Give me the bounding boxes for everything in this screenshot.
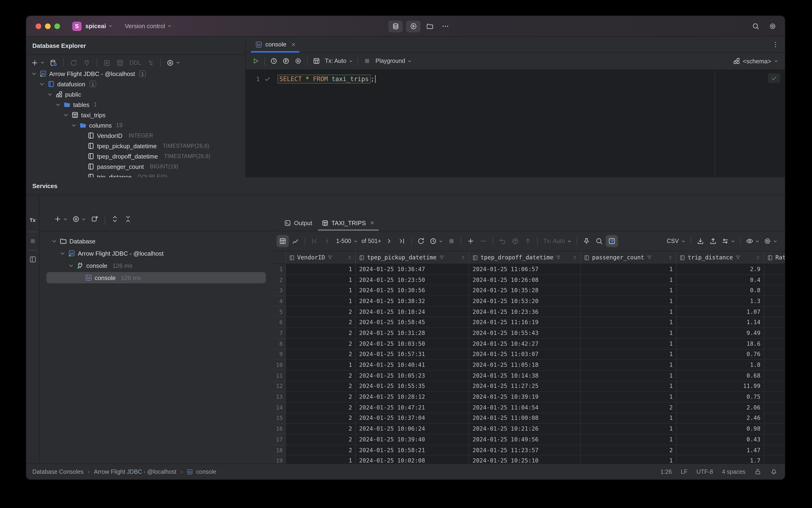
- chart-view-button[interactable]: [289, 235, 302, 247]
- table-row-6[interactable]: 622024-01-25 10:58:452024-01-25 11:16:19…: [273, 317, 785, 328]
- table-row-15[interactable]: 1522024-01-25 10:37:042024-01-25 11:00:0…: [273, 413, 785, 424]
- tree-item-vendorid[interactable]: VendorIDINTEGER: [26, 130, 245, 141]
- grid-cell[interactable]: 2: [285, 424, 355, 434]
- reload-page-button[interactable]: [415, 235, 427, 247]
- table-row-2[interactable]: 212024-01-25 10:23:502024-01-25 10:26:08…: [273, 274, 785, 285]
- more-tools-button[interactable]: [439, 20, 451, 32]
- grid-cell[interactable]: 2024-01-25 10:39:40: [355, 434, 469, 445]
- table-row-11[interactable]: 1122024-01-25 10:05:232024-01-25 10:14:3…: [273, 371, 785, 381]
- notifications-icon[interactable]: [770, 468, 777, 475]
- grid-cell[interactable]: [764, 286, 785, 296]
- first-page-button[interactable]: [309, 235, 321, 247]
- grid-cell[interactable]: 2024-01-25 10:40:41: [355, 360, 469, 370]
- line-ending-widget[interactable]: LF: [681, 468, 687, 475]
- tree-item-tpep-dropoff-datetime[interactable]: tpep_dropoff_datetimeTIMESTAMP(26,6): [26, 151, 245, 161]
- grid-cell[interactable]: 11.99: [676, 381, 764, 392]
- data-source-properties-button[interactable]: [47, 56, 59, 69]
- table-row-17[interactable]: 1722024-01-25 10:39:402024-01-25 10:49:5…: [273, 434, 785, 445]
- next-page-button[interactable]: [383, 235, 395, 247]
- table-row-19[interactable]: 1912024-01-25 10:02:082024-01-25 10:25:1…: [273, 456, 785, 463]
- grid-cell[interactable]: [764, 445, 785, 456]
- grid-cell[interactable]: 1.07: [676, 307, 764, 317]
- grid-cell[interactable]: [764, 328, 785, 338]
- column-header-tpep-pickup-datetime[interactable]: tpep_pickup_datetime: [355, 251, 469, 264]
- grid-cell[interactable]: 2: [285, 307, 355, 317]
- breadcrumb-arrow-flight-jdbc-localhost[interactable]: Arrow Flight JDBC - @localhost: [94, 468, 177, 475]
- tree-item-taxi-trips[interactable]: taxi_trips: [26, 110, 245, 120]
- table-row-3[interactable]: 312024-01-25 10:30:562024-01-25 10:35:28…: [273, 286, 785, 296]
- grid-cell[interactable]: 2024-01-25 11:03:07: [469, 349, 580, 360]
- sql-code-line[interactable]: SELECT * FROM taxi_trips;: [277, 74, 375, 83]
- delete-row-button[interactable]: [477, 235, 490, 247]
- grid-cell[interactable]: 1: [285, 274, 355, 285]
- table-row-9[interactable]: 922024-01-25 10:57:312024-01-25 11:03:07…: [273, 349, 785, 360]
- grid-cell[interactable]: [764, 339, 785, 349]
- page-total-label[interactable]: of 501+: [360, 235, 382, 247]
- grid-cell[interactable]: 2: [285, 434, 355, 445]
- grid-cell[interactable]: 2: [285, 371, 355, 381]
- tree-item-trip-distance[interactable]: trip_distanceDOUBLE(0): [26, 172, 245, 177]
- grid-cell[interactable]: 2024-01-25 10:35:28: [469, 286, 580, 296]
- close-tab-icon[interactable]: [291, 42, 296, 47]
- grid-cell[interactable]: 1: [580, 264, 676, 274]
- commit-button[interactable]: [522, 235, 534, 247]
- table-row-12[interactable]: 1222024-01-25 10:55:352024-01-25 11:27:2…: [273, 381, 785, 392]
- grid-cell[interactable]: 1: [580, 360, 676, 370]
- export-format-select[interactable]: CSV: [665, 235, 687, 247]
- grid-cell[interactable]: [764, 296, 785, 306]
- tab-options-icon[interactable]: [772, 41, 779, 48]
- grid-cell[interactable]: 2: [285, 339, 355, 349]
- grid-cell[interactable]: 2024-01-25 10:31:28: [355, 328, 469, 338]
- minimize-window-button[interactable]: [45, 23, 51, 29]
- grid-cell[interactable]: 2024-01-25 10:38:32: [355, 296, 469, 306]
- grid-view-button[interactable]: [277, 235, 289, 247]
- grid-cell[interactable]: 2024-01-25 10:28:12: [355, 392, 469, 403]
- grid-cell[interactable]: [764, 371, 785, 381]
- grid-cell[interactable]: 2: [285, 317, 355, 328]
- export-data-button[interactable]: [694, 235, 707, 247]
- grid-cell[interactable]: 2024-01-25 10:57:31: [355, 349, 469, 360]
- split-layout-button[interactable]: [29, 256, 36, 263]
- grid-cell[interactable]: 2024-01-25 10:42:27: [469, 339, 580, 349]
- grid-cell[interactable]: 1: [580, 424, 676, 434]
- auto-refresh-button[interactable]: [427, 235, 445, 247]
- grid-cell[interactable]: [764, 264, 785, 274]
- refresh-button[interactable]: [67, 56, 80, 69]
- import-export-button[interactable]: [144, 56, 156, 69]
- tree-item-passenger-count[interactable]: passenger_countBIGINT(19): [26, 161, 245, 172]
- local-filter-button[interactable]: [606, 235, 618, 247]
- grid-cell[interactable]: 1: [580, 296, 676, 306]
- grid-cell[interactable]: 2024-01-25 10:23:36: [469, 307, 580, 317]
- table-row-4[interactable]: 412024-01-25 10:38:322024-01-25 10:53:20…: [273, 296, 785, 306]
- grid-cell[interactable]: 1.47: [676, 445, 764, 456]
- grid-cell[interactable]: 1: [580, 381, 676, 392]
- table-row-7[interactable]: 722024-01-25 10:31:282024-01-25 10:55:43…: [273, 328, 785, 338]
- grid-cell[interactable]: 1: [580, 392, 676, 403]
- tab-taxi-trips[interactable]: TAXI_TRIPS: [317, 215, 380, 231]
- grid-cell[interactable]: 2: [285, 413, 355, 424]
- table-row-14[interactable]: 1422024-01-25 10:47:212024-01-25 11:04:5…: [273, 403, 785, 413]
- browse-results-button[interactable]: [310, 55, 322, 67]
- add-service-button[interactable]: [52, 213, 70, 225]
- grid-cell[interactable]: 1: [580, 328, 676, 338]
- tab-output[interactable]: Output: [279, 215, 317, 231]
- grid-cell[interactable]: 2024-01-25 11:06:57: [469, 264, 580, 274]
- tab-console[interactable]: console: [250, 36, 301, 52]
- import-data-button[interactable]: [707, 235, 719, 247]
- tree-item-database[interactable]: Database: [40, 235, 272, 247]
- profile-select[interactable]: Playground: [373, 55, 414, 67]
- grid-cell[interactable]: 2024-01-25 10:10:24: [355, 307, 469, 317]
- export-import-button[interactable]: [720, 235, 737, 247]
- grid-cell[interactable]: 2024-01-25 10:14:38: [469, 371, 580, 381]
- grid-cell[interactable]: 1: [580, 307, 676, 317]
- tree-item-arrow-flight-jdbc-localhost[interactable]: Arrow Flight JDBC - @localhost1: [26, 69, 245, 79]
- grid-cell[interactable]: 2024-01-25 11:05:18: [469, 360, 580, 370]
- find-button[interactable]: [593, 235, 605, 247]
- collapse-all-button[interactable]: [122, 213, 134, 225]
- grid-cell[interactable]: 2024-01-25 10:58:45: [355, 317, 469, 328]
- grid-cell[interactable]: 1: [285, 360, 355, 370]
- grid-cell[interactable]: 2024-01-25 10:05:23: [355, 371, 469, 381]
- column-header-tpep-dropoff-datetime[interactable]: tpep_dropoff_datetime: [469, 251, 580, 264]
- indent-widget[interactable]: 4 spaces: [722, 468, 746, 475]
- breadcrumb-console[interactable]: console: [187, 468, 216, 475]
